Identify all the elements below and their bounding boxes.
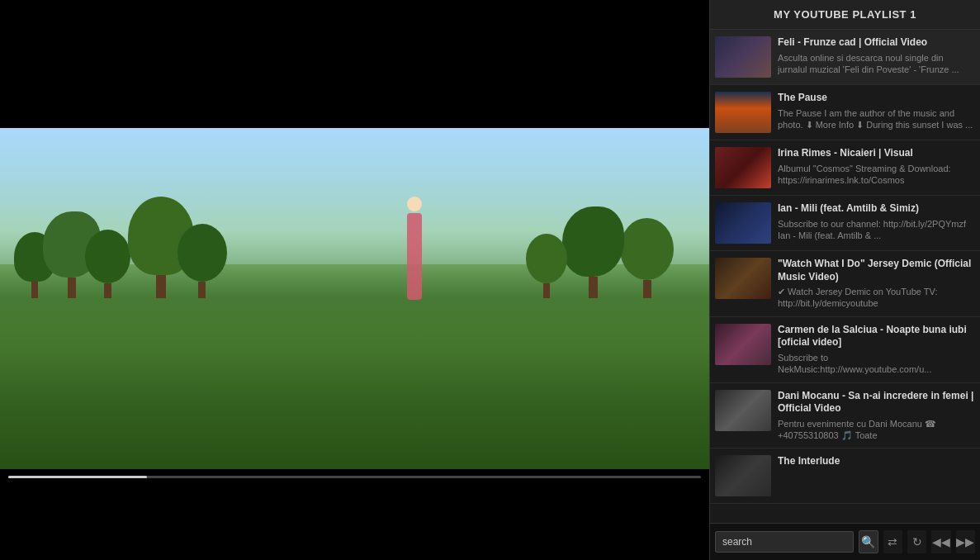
item-info: Ian - Mili (feat. Amtilb & Simiz) Subscr… (778, 202, 975, 241)
prev-button[interactable]: ◀◀ (931, 530, 950, 553)
item-info: Carmen de la Salciua - Noapte buna iubi … (778, 324, 975, 376)
figure-in-video (390, 197, 439, 312)
item-thumbnail (715, 390, 771, 431)
playlist-item[interactable]: The Interlude (710, 448, 980, 504)
prev-icon: ◀◀ (932, 535, 950, 548)
tree (620, 218, 674, 298)
item-title: Carmen de la Salciua - Noapte buna iubi … (778, 324, 975, 349)
repeat-icon: ↻ (912, 535, 922, 548)
next-button[interactable]: ▶▶ (956, 530, 975, 553)
item-title: The Interlude (778, 455, 975, 468)
item-title: Feli - Frunze cad | Official Video (778, 36, 975, 50)
next-icon: ▶▶ (956, 535, 974, 548)
item-title: Irina Rimes - Nicaieri | Visual (778, 147, 975, 160)
playlist-title: MY YOUTUBE PLAYLIST 1 (710, 0, 980, 30)
tree (85, 230, 130, 298)
item-thumbnail (715, 92, 771, 133)
video-top-black (0, 0, 709, 128)
item-info: "Watch What I Do" Jersey Demic (Official… (778, 258, 975, 310)
search-input[interactable] (715, 531, 854, 553)
progress-bar-container[interactable] (8, 476, 701, 478)
shuffle-icon: ⇄ (888, 535, 897, 548)
video-frame (0, 128, 709, 469)
item-title: Dani Mocanu - Sa n-ai incredere in femei… (778, 390, 975, 415)
tree (526, 234, 567, 298)
video-player (0, 0, 709, 560)
shuffle-button[interactable]: ⇄ (883, 530, 902, 553)
search-icon: 🔍 (861, 535, 875, 548)
item-thumbnail (715, 36, 771, 78)
playlist-item[interactable]: Irina Rimes - Nicaieri | Visual Albumul … (710, 140, 980, 196)
item-thumbnail (715, 147, 771, 188)
item-desc: Pentru evenimente cu Dani Mocanu ☎ +4075… (778, 418, 975, 442)
playlist-item[interactable]: "Watch What I Do" Jersey Demic (Official… (710, 251, 980, 317)
tree (562, 206, 624, 298)
item-title: Ian - Mili (feat. Amtilb & Simiz) (778, 202, 975, 216)
item-thumbnail (715, 324, 771, 365)
item-info: Feli - Frunze cad | Official Video Ascul… (778, 36, 975, 75)
item-info: Dani Mocanu - Sa n-ai incredere in femei… (778, 390, 975, 442)
progress-bar-fill (8, 476, 147, 478)
search-button[interactable]: 🔍 (859, 530, 878, 553)
item-info: Irina Rimes - Nicaieri | Visual Albumul … (778, 147, 975, 186)
item-desc: ✔ Watch Jersey Demic on YouTube TV: http… (778, 286, 975, 310)
item-title: The Pause (778, 92, 975, 105)
item-desc: Albumul "Cosmos" Streaming & Download: h… (778, 163, 975, 187)
playlist-item[interactable]: Carmen de la Salciua - Noapte buna iubi … (710, 317, 980, 383)
item-thumbnail (715, 455, 771, 496)
search-bar: 🔍 ⇄ ↻ ◀◀ ▶▶ (710, 523, 980, 560)
item-desc: Asculta online si descarca noul single d… (778, 52, 975, 76)
item-desc: Subscribe to our channel: http://bit.ly/… (778, 218, 975, 242)
playlist-item[interactable]: Ian - Mili (feat. Amtilb & Simiz) Subscr… (710, 196, 980, 251)
playlist-items-container[interactable]: Feli - Frunze cad | Official Video Ascul… (710, 30, 980, 523)
playlist-panel: MY YOUTUBE PLAYLIST 1 Feli - Frunze cad … (709, 0, 980, 560)
playlist-item[interactable]: The Pause The Pause I am the author of t… (710, 85, 980, 140)
item-info: The Pause The Pause I am the author of t… (778, 92, 975, 131)
playlist-item[interactable]: Feli - Frunze cad | Official Video Ascul… (710, 30, 980, 85)
tree (178, 224, 227, 298)
video-bottom-black (0, 469, 709, 560)
playlist-item[interactable]: Dani Mocanu - Sa n-ai incredere in femei… (710, 383, 980, 449)
item-desc: Subscribe to NekMusic:http://www.youtube… (778, 352, 975, 376)
item-title: "Watch What I Do" Jersey Demic (Official… (778, 258, 975, 283)
repeat-button[interactable]: ↻ (907, 530, 926, 553)
item-thumbnail (715, 202, 771, 244)
item-thumbnail (715, 258, 771, 299)
item-info: The Interlude (778, 455, 975, 471)
tree-layer (0, 145, 709, 299)
item-desc: The Pause I am the author of the music a… (778, 107, 975, 131)
